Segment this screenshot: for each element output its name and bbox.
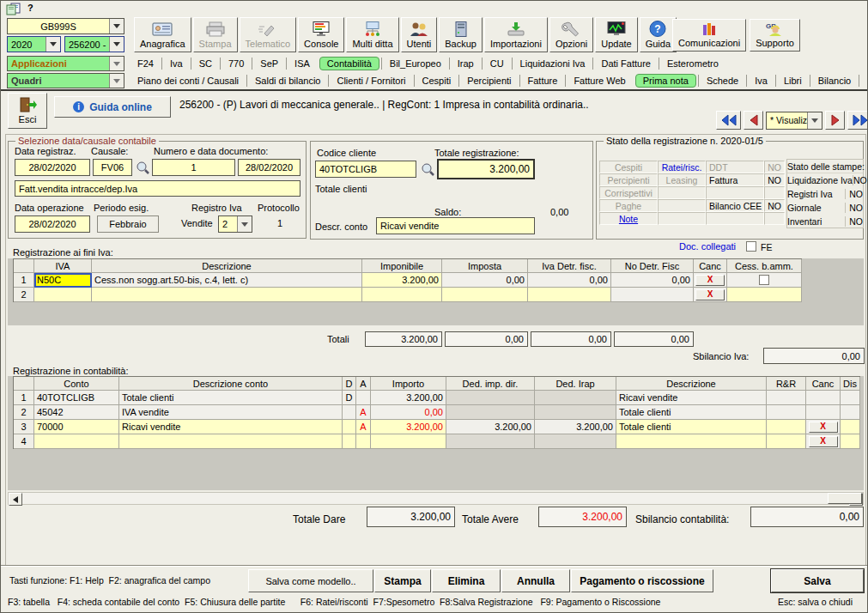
ded-imp-col-header[interactable]: Ded. imp. dir. xyxy=(446,377,535,391)
importo-cell[interactable]: 3.200,00 xyxy=(371,391,446,405)
dare-cell[interactable] xyxy=(343,405,356,420)
tab-bil-europeo[interactable]: Bil_Europeo xyxy=(381,58,449,70)
utenti-button[interactable]: Utenti xyxy=(401,17,438,52)
ded-imp-cell[interactable]: 3.200,00 xyxy=(446,420,535,434)
first-record-button[interactable] xyxy=(716,111,741,130)
delete-row-button[interactable]: X xyxy=(695,289,725,300)
imponibile-cell[interactable] xyxy=(362,288,442,302)
descrizione-cell[interactable]: Totale clienti xyxy=(616,405,767,420)
esci-button[interactable]: Esci xyxy=(8,93,47,129)
pagamento-riscossione-button[interactable]: Pagamento o riscossione xyxy=(571,569,713,592)
tab-dati-fatture[interactable]: Dati Fatture xyxy=(592,58,658,70)
avere-cell[interactable]: A xyxy=(356,420,371,434)
iva-detr-cell[interactable]: 0,00 xyxy=(528,273,611,288)
chevron-down-icon[interactable] xyxy=(109,37,124,52)
descrizione-cell[interactable] xyxy=(616,434,767,449)
fe-checkbox[interactable] xyxy=(746,241,756,252)
data-operazione-field[interactable]: 28/02/2020 xyxy=(15,215,90,233)
tab-iva2[interactable]: Iva xyxy=(746,75,775,87)
conto-cell[interactable] xyxy=(34,434,119,449)
descrizione-cell[interactable]: Ricavi vendite xyxy=(616,391,767,405)
ded-irap-cell[interactable]: 3.200,00 xyxy=(535,420,616,434)
guida-button[interactable]: ? Guida xyxy=(640,17,677,52)
salva-button[interactable]: Salva xyxy=(771,569,864,592)
no-detr-cell[interactable]: 0,00 xyxy=(611,273,694,288)
horizontal-scrollbar[interactable] xyxy=(8,492,864,505)
update-button[interactable]: Update xyxy=(595,17,637,52)
causale-field[interactable]: FV06 xyxy=(93,159,132,176)
quadri-select[interactable]: Quadri xyxy=(7,73,124,88)
guida-online-button[interactable]: i Guida online xyxy=(54,96,171,118)
descrizione-conto-cell[interactable]: Ricavi vendite xyxy=(119,420,343,434)
chevron-down-icon[interactable] xyxy=(237,216,252,232)
annulla-button[interactable]: Annulla xyxy=(501,569,570,592)
salva-modello-button[interactable]: Salva come modello.. xyxy=(248,569,373,592)
year-select[interactable]: 2020 xyxy=(7,36,61,52)
dare-cell[interactable] xyxy=(343,434,356,449)
importo-cell[interactable]: 3.200,00 xyxy=(371,420,446,434)
next-record-button[interactable] xyxy=(825,111,845,130)
tab-percipienti[interactable]: Percipienti xyxy=(458,75,519,87)
tab-cu[interactable]: CU xyxy=(482,58,512,70)
dare-col-header[interactable]: D xyxy=(343,377,356,391)
anagrafica-button[interactable]: Anagrafica xyxy=(134,17,191,52)
no-detr-col-header[interactable]: No Detr. Fisc xyxy=(611,259,694,273)
descrizione-col-header[interactable]: Descrizione xyxy=(92,259,362,273)
avere-cell[interactable] xyxy=(356,391,371,405)
descrizione-causale-field[interactable]: Fatt.vendita intracce/dep.Iva xyxy=(15,180,300,197)
descr-conto-field[interactable]: Ricavi vendite xyxy=(376,217,535,234)
scrollbar-track[interactable] xyxy=(22,493,849,504)
codice-cliente-field[interactable]: 40TOTCLIGB xyxy=(315,161,416,178)
company-select[interactable]: GB999S xyxy=(7,18,124,34)
tab-cespiti[interactable]: Cespiti xyxy=(414,75,459,87)
help-menu[interactable]: ? xyxy=(27,3,33,13)
no-detr-cell[interactable] xyxy=(611,288,694,302)
chevron-down-icon[interactable] xyxy=(109,57,124,70)
chevron-down-icon[interactable] xyxy=(109,19,124,33)
importazioni-button[interactable]: Importazioni xyxy=(484,17,548,52)
stampa-footer-button[interactable]: Stampa xyxy=(374,569,431,592)
tab-f24[interactable]: F24 xyxy=(130,58,161,70)
imponibile-col-header[interactable]: Imponibile xyxy=(362,259,442,273)
ded-irap-col-header[interactable]: Ded. Irap xyxy=(535,377,616,391)
tab-clienti-fornitori[interactable]: Clienti / Fornitori xyxy=(328,75,413,87)
imposta-cell[interactable] xyxy=(442,288,528,302)
prev-record-button[interactable] xyxy=(744,111,763,130)
tab-fatture[interactable]: Fatture xyxy=(519,75,566,87)
chevron-down-icon[interactable] xyxy=(807,112,822,129)
avere-cell[interactable] xyxy=(356,434,371,449)
visualizza-select[interactable]: * Visualizz xyxy=(766,112,822,130)
scrollbar-thumb[interactable] xyxy=(828,493,862,504)
stato-ratei-link[interactable]: Ratei/risc. xyxy=(658,161,706,173)
cliente-search-icon[interactable] xyxy=(421,162,435,177)
imponibile-cell[interactable]: 3.200,00 xyxy=(362,273,442,288)
multi-ditta-button[interactable]: Multi ditta xyxy=(346,17,398,52)
tab-contabilita[interactable]: Contabilità xyxy=(319,57,379,70)
elimina-button[interactable]: Elimina xyxy=(432,569,501,592)
doc-collegati-link[interactable]: Doc. collegati xyxy=(679,241,736,252)
iva-code-cell[interactable] xyxy=(34,288,92,302)
imposta-col-header[interactable]: Imposta xyxy=(442,259,528,273)
descrizione-col-header[interactable]: Descrizione xyxy=(616,377,767,391)
tab-bilancio[interactable]: Bilancio xyxy=(810,75,859,87)
avere-cell[interactable]: A xyxy=(356,405,371,420)
iva-col-header[interactable]: IVA xyxy=(34,259,92,273)
conto-col-header[interactable]: Conto xyxy=(34,377,119,391)
tab-liquidazioni-iva[interactable]: Liquidazioni Iva xyxy=(512,58,593,70)
backup-button[interactable]: Backup xyxy=(439,17,483,52)
descrizione-conto-cell[interactable]: Totale clienti xyxy=(119,391,343,405)
tab-fatture-web[interactable]: Fatture Web xyxy=(565,75,633,87)
delete-row-button[interactable]: X xyxy=(809,422,838,433)
dare-cell[interactable] xyxy=(343,420,356,434)
descrizione-conto-cell[interactable]: IVA vendite xyxy=(119,405,343,420)
comunicazioni-button[interactable]: Comunicazioni xyxy=(672,19,746,52)
tab-sep[interactable]: SeP xyxy=(252,58,286,70)
descrizione-cell[interactable]: Cess.non sogg.art.50-bis, c.4, lett. c) xyxy=(92,273,362,288)
conto-cell[interactable]: 70000 xyxy=(34,420,119,434)
descrizione-cell[interactable]: Totale clienti xyxy=(616,420,767,434)
tab-esterometro[interactable]: Esterometro xyxy=(659,58,726,70)
data-registraz-field[interactable]: 28/02/2020 xyxy=(15,159,90,176)
descrizione-conto-cell[interactable] xyxy=(119,434,343,449)
tab-piano-conti[interactable]: Piano dei conti / Causali xyxy=(130,75,246,87)
causale-search-icon[interactable] xyxy=(136,161,150,175)
